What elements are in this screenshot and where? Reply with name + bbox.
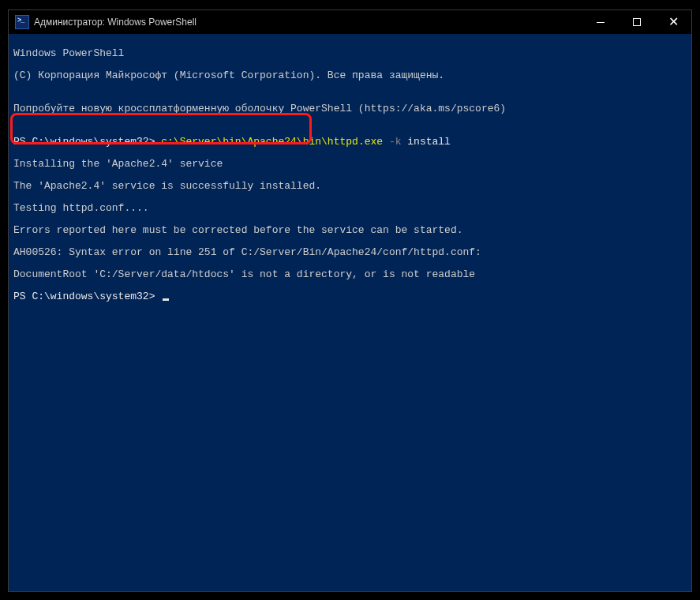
prompt-prefix: PS C:\windows\system32> bbox=[13, 291, 161, 302]
window-title: Администратор: Windows PowerShell bbox=[34, 17, 582, 28]
prompt-line: PS C:\windows\system32> bbox=[13, 291, 691, 302]
prompt-prefix: PS C:\windows\system32> bbox=[13, 136, 161, 148]
output-line: Errors reported here must be corrected b… bbox=[13, 225, 691, 236]
output-line: The 'Apache2.4' service is successfully … bbox=[13, 181, 691, 192]
cursor bbox=[163, 298, 169, 301]
command-arg: install bbox=[402, 136, 451, 148]
powershell-window: Администратор: Windows PowerShell ✕ Wind… bbox=[8, 9, 692, 592]
maximize-button[interactable] bbox=[619, 10, 655, 34]
output-line: Installing the 'Apache2.4' service bbox=[13, 159, 691, 170]
terminal-output[interactable]: Windows PowerShell (C) Корпорация Майкро… bbox=[9, 34, 691, 591]
prompt-line: PS C:\windows\system32> c:\Server\bin\Ap… bbox=[13, 137, 691, 148]
output-line: DocumentRoot 'C:/Server/data/htdocs' is … bbox=[13, 269, 691, 280]
output-line: AH00526: Syntax error on line 251 of C:/… bbox=[13, 247, 691, 258]
powershell-icon bbox=[15, 15, 29, 29]
titlebar[interactable]: Администратор: Windows PowerShell ✕ bbox=[9, 10, 691, 34]
output-line: Windows PowerShell bbox=[13, 48, 691, 59]
minimize-button[interactable] bbox=[582, 10, 619, 34]
close-button[interactable]: ✕ bbox=[655, 10, 691, 34]
output-line: Попробуйте новую кроссплатформенную обол… bbox=[13, 103, 691, 114]
command-path: c:\Server\bin\Apache24\bin\httpd.exe bbox=[161, 136, 383, 148]
output-line: (C) Корпорация Майкрософт (Microsoft Cor… bbox=[13, 70, 691, 81]
command-flag: -k bbox=[383, 136, 401, 148]
output-line: Testing httpd.conf.... bbox=[13, 203, 691, 214]
